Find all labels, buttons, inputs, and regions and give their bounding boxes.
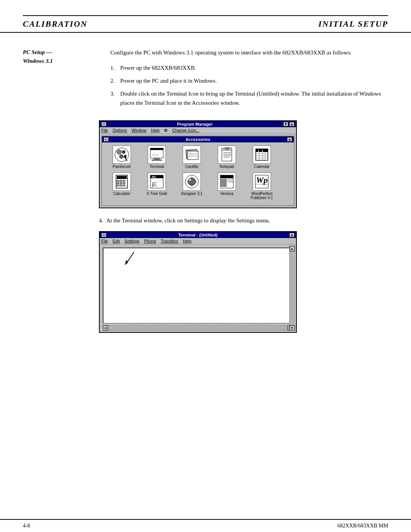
- svg-rect-9: [154, 158, 159, 160]
- program-manager-screenshot: ═ Program Manager ▼ ▲ File Options Windo…: [99, 120, 297, 208]
- terminal-maximize-btn[interactable]: ▲: [289, 233, 295, 237]
- icon-designer[interactable]: Designer 3.1: [175, 173, 209, 200]
- svg-rect-10: [152, 160, 162, 161]
- icon-wordperfect[interactable]: Wp WordPerfectPublisher 4.1: [245, 173, 279, 200]
- pm-menu-file[interactable]: File: [101, 128, 108, 133]
- svg-rect-44: [117, 185, 119, 186]
- icon-paintbrush[interactable]: Paintbrush: [105, 145, 139, 169]
- item1-num: 1.: [110, 63, 117, 72]
- svg-rect-60: [220, 175, 233, 178]
- terminal-svg: C:\>: [149, 147, 165, 163]
- pm-menu-change-icon[interactable]: Change Icon...: [172, 128, 199, 133]
- svg-rect-51: [151, 178, 162, 181]
- header-left: CALIBRATION: [23, 19, 88, 29]
- cardfile-label: Cardfile: [185, 165, 198, 169]
- xtree-svg: MS DOS: [149, 174, 165, 190]
- intro-section: PC Setup — Windows 3.1 Configure the PC …: [23, 48, 388, 111]
- svg-point-3: [119, 155, 123, 158]
- svg-text:C:\>: C:\>: [153, 153, 158, 156]
- pm-title-bar: ═ Program Manager ▼ ▲: [100, 121, 296, 127]
- terminal-body: [103, 248, 293, 324]
- item4-num: 4.: [99, 216, 103, 225]
- terminal-title-bar: ═ Terminal - (Untitled) ▲: [100, 232, 296, 238]
- acc-ctrl-box[interactable]: ═: [104, 137, 109, 142]
- scroll-up-btn[interactable]: ▲: [290, 246, 295, 251]
- terminal-scrollbar-right[interactable]: ▲ ▼: [289, 246, 295, 331]
- terminal-menu-settings[interactable]: Settings: [124, 239, 140, 243]
- svg-rect-24: [225, 147, 227, 150]
- calculator-icon-img: [113, 173, 131, 191]
- section-label-col: PC Setup — Windows 3.1: [23, 48, 99, 111]
- designer-svg: [184, 174, 200, 190]
- scroll-left-btn[interactable]: ◄: [103, 325, 108, 331]
- icon-cardfile[interactable]: Cardfile: [175, 145, 209, 169]
- pm-icon-symbol: ✿: [164, 128, 167, 133]
- acc-maximize-btn[interactable]: ▲: [287, 137, 292, 142]
- svg-rect-39: [120, 180, 122, 182]
- svg-rect-61: [221, 179, 226, 187]
- footer: 4-8 682XXB/683XXB MM: [0, 519, 411, 532]
- terminal-scrollbar-bottom[interactable]: ◄ ►: [103, 325, 293, 331]
- terminal-menu-bar: File Edit Settings Phone Transfers Help: [100, 238, 296, 244]
- svg-rect-42: [120, 182, 122, 184]
- h-scroll-track: [108, 325, 288, 331]
- paintbrush-icon-img: [113, 145, 131, 164]
- svg-line-69: [126, 252, 134, 264]
- terminal-menu-help[interactable]: Help: [183, 239, 191, 243]
- paintbrush-label: Paintbrush: [113, 165, 131, 169]
- terminal-ctrl-box[interactable]: ═: [101, 233, 107, 237]
- pm-menu-window[interactable]: Window: [132, 128, 147, 133]
- pm-menu-options[interactable]: Options: [113, 128, 127, 133]
- paintbrush-svg: [114, 147, 130, 163]
- terminal-title: Terminal - (Untitled): [107, 233, 289, 237]
- terminal-menu-file[interactable]: File: [101, 239, 108, 243]
- designer-icon-img: [183, 173, 201, 191]
- icon-calendar[interactable]: 1 2 Calendar: [245, 145, 279, 169]
- calendar-svg: 1 2: [254, 147, 270, 163]
- svg-text:Wp: Wp: [256, 175, 268, 185]
- terminal-body-container: ▲ ▼ ◄ ►: [101, 246, 295, 331]
- calculator-svg: [114, 174, 130, 190]
- xtree-label: X Tree Gold: [147, 192, 167, 196]
- calendar-label: Calendar: [254, 165, 270, 169]
- item2-num: 2.: [110, 76, 117, 85]
- terminal-body-row: ▲ ▼: [101, 246, 295, 325]
- icon-xtree[interactable]: MS DOS X Tree Gold: [140, 173, 174, 200]
- scroll-down-btn[interactable]: ▼: [290, 325, 295, 331]
- pm-menu-help[interactable]: Help: [151, 128, 160, 133]
- terminal-screenshot: ═ Terminal - (Untitled) ▲ File Edit Sett…: [99, 231, 297, 333]
- notepad-icon-img: [218, 145, 236, 164]
- scroll-track: [290, 251, 295, 325]
- pm-maximize-btn[interactable]: ▲: [289, 122, 295, 126]
- terminal-menu-transfers[interactable]: Transfers: [161, 239, 178, 243]
- icon-notepad[interactable]: Notepad: [210, 145, 244, 169]
- terminal-menu-phone[interactable]: Phone: [144, 239, 156, 243]
- terminal-menu-edit[interactable]: Edit: [113, 239, 120, 243]
- wordperfect-svg: Wp: [254, 174, 270, 190]
- designer-label: Designer 3.1: [181, 192, 203, 196]
- accessories-title-bar: ═ Accessories ▲: [102, 136, 294, 142]
- settings-arrow: [119, 248, 157, 271]
- header-right: INITIAL SETUP: [319, 19, 388, 29]
- intro-text: Configure the PC with Windows 3.1 operat…: [110, 48, 388, 57]
- item2-text: Power up the PC and place it in Windows.: [120, 76, 217, 85]
- footer-page-number: 4-8: [23, 523, 30, 529]
- svg-rect-37: [117, 176, 127, 179]
- calculator-label: Calculator: [113, 192, 130, 196]
- icon-ventura[interactable]: Ventura: [210, 173, 244, 200]
- notepad-label: Notepad: [220, 165, 234, 169]
- pm-minimize-btn[interactable]: ▼: [283, 122, 288, 126]
- accessories-window: ═ Accessories ▲: [101, 136, 295, 206]
- svg-text:2: 2: [261, 149, 263, 153]
- icon-calculator[interactable]: Calculator: [105, 173, 139, 200]
- ventura-icon-img: [218, 173, 236, 191]
- icon-terminal[interactable]: C:\> Terminal: [140, 145, 174, 169]
- ventura-svg: [219, 174, 235, 190]
- section-label-line1: PC Setup —: [23, 48, 99, 57]
- item1-text: Power up the 682XXB/683XXB.: [120, 63, 196, 72]
- svg-point-4: [124, 155, 126, 158]
- wordperfect-label: WordPerfectPublisher 4.1: [251, 192, 273, 200]
- section-label-line2: Windows 3.1: [23, 57, 99, 66]
- pm-ctrl-box[interactable]: ═: [101, 122, 107, 126]
- calendar-icon-img: 1 2: [253, 145, 271, 164]
